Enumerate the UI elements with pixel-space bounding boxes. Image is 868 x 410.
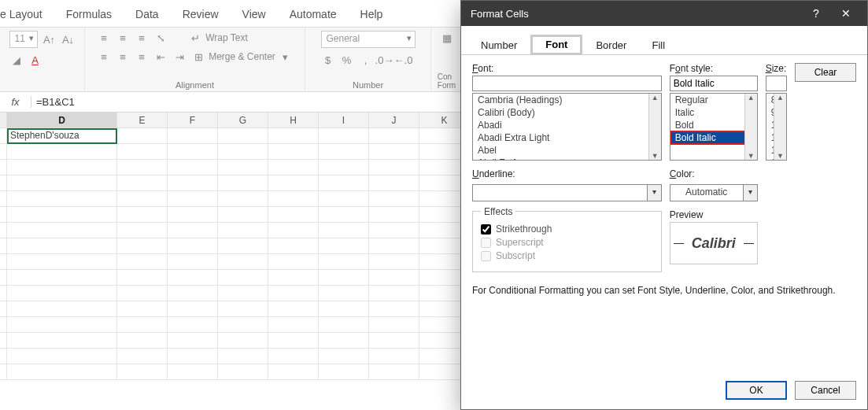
cell[interactable] xyxy=(218,207,268,223)
cell[interactable] xyxy=(7,191,117,207)
strikethrough-checkbox[interactable]: Strikethrough xyxy=(481,223,653,235)
orientation-icon[interactable]: ⤡ xyxy=(153,31,168,45)
cell[interactable] xyxy=(319,254,369,270)
ok-button[interactable]: OK xyxy=(726,381,787,400)
cell[interactable] xyxy=(319,191,369,207)
cell[interactable] xyxy=(218,364,268,380)
tab-fill[interactable]: Fill xyxy=(640,35,677,55)
col-header[interactable]: E xyxy=(117,113,168,128)
cell[interactable] xyxy=(319,301,369,317)
cell[interactable] xyxy=(369,270,419,286)
cell[interactable] xyxy=(268,223,319,238)
cell[interactable] xyxy=(117,301,168,317)
cell[interactable]: StephenD'souza xyxy=(7,128,117,144)
cell[interactable] xyxy=(268,333,319,349)
font-color-icon[interactable]: A xyxy=(28,53,42,67)
cell[interactable] xyxy=(319,207,369,223)
cell[interactable] xyxy=(218,223,268,238)
scroll-up-icon[interactable]: ▲ xyxy=(777,94,784,102)
cell[interactable] xyxy=(218,160,268,175)
cell[interactable] xyxy=(117,349,168,364)
decrease-font-icon[interactable]: A↓ xyxy=(61,32,76,46)
size-input[interactable] xyxy=(766,76,787,91)
indent-dec-icon[interactable]: ⇤ xyxy=(153,50,168,64)
cell[interactable] xyxy=(117,207,168,223)
conditional-formatting-icon[interactable]: ▦ xyxy=(440,31,454,45)
help-button[interactable]: ? xyxy=(801,1,831,26)
cell[interactable] xyxy=(168,191,218,207)
cell[interactable] xyxy=(268,254,319,270)
fill-color-icon[interactable]: ◢ xyxy=(9,53,24,67)
close-button[interactable]: ✕ xyxy=(831,1,861,26)
font-size-select[interactable]: 11 xyxy=(9,31,38,48)
cell[interactable] xyxy=(117,286,168,301)
tab-border[interactable]: Border xyxy=(584,35,638,55)
cell[interactable] xyxy=(7,301,117,317)
increase-font-icon[interactable]: A↑ xyxy=(42,32,57,46)
cell[interactable] xyxy=(7,333,117,349)
cell[interactable] xyxy=(168,364,218,380)
comma-icon[interactable]: , xyxy=(359,53,373,67)
fontstyle-listbox[interactable]: Regular Italic Bold Bold Italic ▲▼ xyxy=(670,93,758,161)
cell[interactable] xyxy=(168,317,218,333)
cell[interactable] xyxy=(268,317,319,333)
cell[interactable] xyxy=(369,207,419,223)
cell[interactable] xyxy=(218,128,268,144)
cell[interactable] xyxy=(7,175,117,191)
cell[interactable] xyxy=(268,191,319,207)
cell[interactable] xyxy=(268,175,319,191)
formula-input[interactable]: =B1&C1 xyxy=(31,96,75,108)
cell[interactable] xyxy=(168,301,218,317)
cell[interactable] xyxy=(369,364,419,380)
cell[interactable] xyxy=(117,223,168,238)
chevron-down-icon[interactable]: ▾ xyxy=(648,184,662,201)
cell[interactable] xyxy=(319,128,369,144)
align-bottom-icon[interactable]: ≡ xyxy=(135,31,149,45)
chevron-down-icon[interactable]: ▾ xyxy=(744,184,758,201)
cell[interactable] xyxy=(168,207,218,223)
cell[interactable] xyxy=(268,160,319,175)
ribbon-tab[interactable]: View xyxy=(242,8,266,20)
cell[interactable] xyxy=(268,286,319,301)
cell[interactable] xyxy=(218,238,268,254)
cell[interactable] xyxy=(268,207,319,223)
cell[interactable] xyxy=(268,364,319,380)
cell[interactable] xyxy=(7,144,117,160)
align-right-icon[interactable]: ≡ xyxy=(135,50,149,64)
align-middle-icon[interactable]: ≡ xyxy=(116,31,130,45)
cell[interactable] xyxy=(117,238,168,254)
list-item[interactable]: Cambria (Headings) xyxy=(473,94,661,106)
cell[interactable] xyxy=(369,160,419,175)
cell[interactable] xyxy=(7,207,117,223)
size-listbox[interactable]: 8 9 10 11 12 14 ▲▼ xyxy=(766,93,787,161)
cell[interactable] xyxy=(218,286,268,301)
cell[interactable] xyxy=(117,270,168,286)
cell[interactable] xyxy=(319,175,369,191)
underline-select[interactable] xyxy=(472,184,648,201)
wrap-text-button[interactable]: ↵Wrap Text xyxy=(188,31,248,45)
ribbon-tab[interactable]: Automate xyxy=(290,8,337,20)
list-item[interactable]: Calibri (Body) xyxy=(473,106,661,119)
cell[interactable] xyxy=(168,349,218,364)
align-top-icon[interactable]: ≡ xyxy=(97,31,111,45)
cell[interactable] xyxy=(319,238,369,254)
cell[interactable] xyxy=(218,317,268,333)
percent-icon[interactable]: % xyxy=(340,53,354,67)
cell[interactable] xyxy=(218,333,268,349)
cell[interactable] xyxy=(7,160,117,175)
cell[interactable] xyxy=(7,286,117,301)
cell[interactable] xyxy=(168,175,218,191)
cell[interactable] xyxy=(369,238,419,254)
list-item[interactable]: Abadi Extra Light xyxy=(473,131,661,144)
cell[interactable] xyxy=(117,191,168,207)
increase-decimal-icon[interactable]: .0→ xyxy=(378,53,392,67)
list-item[interactable]: Abel xyxy=(473,144,661,157)
decrease-decimal-icon[interactable]: ←.0 xyxy=(397,53,411,67)
cell[interactable] xyxy=(268,128,319,144)
cell[interactable] xyxy=(268,349,319,364)
cell[interactable] xyxy=(369,286,419,301)
cell[interactable] xyxy=(7,238,117,254)
indent-inc-icon[interactable]: ⇥ xyxy=(172,50,187,64)
cell[interactable] xyxy=(369,144,419,160)
cell[interactable] xyxy=(218,144,268,160)
